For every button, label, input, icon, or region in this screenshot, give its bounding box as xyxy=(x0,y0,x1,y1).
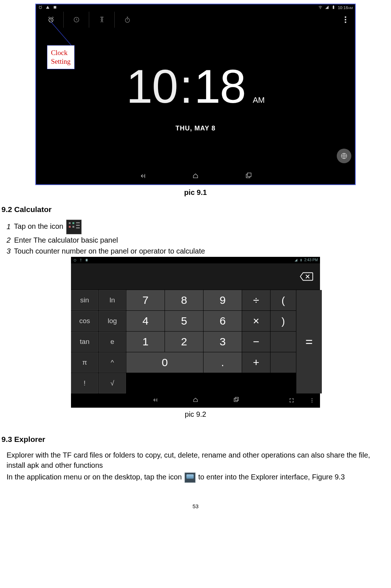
wifi-icon xyxy=(318,5,323,11)
status-clock-text: 10:18AM xyxy=(338,5,353,11)
key-sin[interactable]: sin xyxy=(71,290,98,310)
calc-keypad: sin ln 7 8 9 ÷ ( = cos log 4 5 6 × ) tan… xyxy=(71,290,320,393)
battery-icon xyxy=(331,5,336,11)
usb-status-icon xyxy=(79,258,83,262)
nav-recent[interactable] xyxy=(244,172,253,182)
calc-status-bar: 2:43 PM xyxy=(71,257,320,263)
world-clock-button[interactable] xyxy=(337,149,351,163)
nav-menu-icon[interactable] xyxy=(309,396,315,406)
page-number: 53 xyxy=(0,502,391,510)
callout-line2: Setting xyxy=(51,57,71,66)
svg-rect-11 xyxy=(248,173,251,177)
clock-min: 18 xyxy=(194,53,246,119)
status-bar: 10:18AM xyxy=(36,4,355,12)
key-pi[interactable]: π xyxy=(71,352,98,373)
calculator-app-icon xyxy=(66,220,82,234)
clock-time: 10 : 18 AM xyxy=(126,53,265,119)
key-4[interactable]: 4 xyxy=(126,311,165,331)
svg-point-19 xyxy=(312,402,312,403)
svg-rect-14 xyxy=(301,259,302,262)
key-0[interactable]: 0 xyxy=(126,352,203,373)
key-pow[interactable]: ^ xyxy=(99,352,126,373)
section-9-3-head: 9.3 Explorer xyxy=(1,434,391,444)
battery-icon xyxy=(299,258,303,262)
nav-home[interactable] xyxy=(191,396,200,406)
key-2[interactable]: 2 xyxy=(165,332,203,352)
caption-9-1: pic 9.1 xyxy=(0,187,391,197)
step-2: 2 Enter The calculator basic panel xyxy=(7,235,391,245)
key-cos[interactable]: cos xyxy=(71,311,98,331)
key-add[interactable]: + xyxy=(242,352,270,373)
key-divide[interactable]: ÷ xyxy=(242,290,270,310)
alarm-status-icon xyxy=(38,5,43,11)
nav-bar xyxy=(36,170,355,184)
overflow-menu-icon[interactable] xyxy=(341,12,350,28)
key-rparen[interactable]: ) xyxy=(270,311,296,331)
nav-home[interactable] xyxy=(191,172,200,182)
svg-rect-4 xyxy=(333,5,334,6)
key-ln[interactable]: ln xyxy=(99,290,126,310)
step-1: 1 Tap on the icon xyxy=(7,220,391,234)
svg-rect-13 xyxy=(86,259,88,262)
explorer-app-icon xyxy=(185,473,196,483)
calc-status-time: 2:43 PM xyxy=(304,258,318,263)
clock-screenshot: 10:18AM Clock Setting 10 : 18 AM xyxy=(35,4,356,185)
key-sqrt[interactable]: √ xyxy=(99,373,126,393)
key-blank-2 xyxy=(270,352,296,373)
globe-icon xyxy=(340,152,348,160)
key-equals[interactable]: = xyxy=(296,290,322,393)
key-subtract[interactable]: − xyxy=(242,332,270,352)
nav-screenshot-icon[interactable] xyxy=(289,396,295,406)
calc-nav-bar xyxy=(71,394,320,408)
svg-point-18 xyxy=(312,400,312,401)
key-tan[interactable]: tan xyxy=(71,332,98,352)
explorer-text: Explorer with the TF card files or folde… xyxy=(7,450,384,483)
key-8[interactable]: 8 xyxy=(165,290,203,310)
key-1[interactable]: 1 xyxy=(126,332,165,352)
svg-point-17 xyxy=(312,399,312,399)
key-lparen[interactable]: ( xyxy=(270,290,296,310)
tab-clock[interactable] xyxy=(64,12,89,28)
signal-icon xyxy=(325,5,329,11)
nav-back[interactable] xyxy=(138,172,147,182)
nav-recent[interactable] xyxy=(232,396,240,406)
tab-stopwatch[interactable] xyxy=(115,12,140,28)
svg-point-12 xyxy=(74,259,76,262)
svg-rect-1 xyxy=(54,6,56,8)
triangle-status-icon xyxy=(46,5,50,11)
signal-icon xyxy=(294,258,298,262)
tab-timer[interactable] xyxy=(89,12,115,28)
key-dot[interactable]: . xyxy=(204,352,242,373)
calc-display xyxy=(71,263,320,290)
calculator-screenshot: 2:43 PM sin ln 7 8 9 ÷ ( = cos log 4 5 6… xyxy=(71,257,320,408)
sd-status-icon xyxy=(85,258,88,262)
svg-rect-16 xyxy=(235,397,238,401)
calc-nav-placeholder xyxy=(126,373,296,393)
key-9[interactable]: 9 xyxy=(204,290,242,310)
explorer-p1: Explorer with the TF card files or folde… xyxy=(7,450,384,470)
section-9-2-head: 9.2 Calculator xyxy=(1,204,391,215)
delete-button[interactable] xyxy=(299,271,314,282)
key-log[interactable]: log xyxy=(99,311,126,331)
key-blank-1 xyxy=(270,332,296,352)
clock-ampm: AM xyxy=(253,95,265,106)
square-status-icon xyxy=(53,5,57,11)
key-3[interactable]: 3 xyxy=(204,332,242,352)
key-fact[interactable]: ! xyxy=(71,373,98,393)
clock-date: THU, MAY 8 xyxy=(36,124,355,133)
svg-rect-15 xyxy=(234,399,237,402)
key-multiply[interactable]: × xyxy=(242,311,270,331)
alarm-status-icon xyxy=(73,258,77,262)
clock-hour: 10 xyxy=(126,53,178,119)
key-6[interactable]: 6 xyxy=(204,311,242,331)
tab-alarm[interactable] xyxy=(38,12,64,28)
clock-body: 10 : 18 AM THU, MAY 8 xyxy=(36,53,355,133)
nav-back[interactable] xyxy=(151,396,159,406)
key-e[interactable]: e xyxy=(99,332,126,352)
explorer-p2: In the application menu or on the deskto… xyxy=(7,472,384,483)
svg-point-0 xyxy=(39,6,42,9)
key-7[interactable]: 7 xyxy=(126,290,165,310)
callout-line1: Clock xyxy=(51,48,71,57)
key-5[interactable]: 5 xyxy=(165,311,203,331)
step-3: 3 Touch counter number on the panel or o… xyxy=(7,246,391,256)
